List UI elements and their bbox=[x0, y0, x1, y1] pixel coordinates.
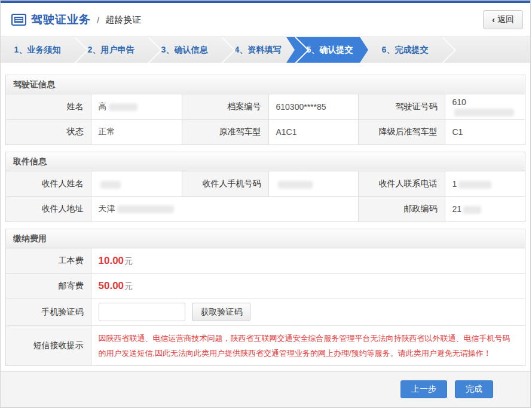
breadcrumb-current: 超龄换证 bbox=[105, 14, 141, 26]
fees-section-title: 缴纳费用 bbox=[6, 229, 525, 248]
production-fee-unit: 元 bbox=[124, 256, 133, 266]
status-value: 正常 bbox=[91, 119, 182, 144]
file-number-value: 610300****85 bbox=[268, 94, 358, 119]
license-section-title: 驾驶证信息 bbox=[6, 75, 525, 94]
downgraded-class-value: C1 bbox=[445, 119, 525, 144]
table-row: 工本费 10.00元 bbox=[6, 248, 525, 273]
sms-notice-cell: 因陕西省联通、电信运营商技术问题，陕西省互联网交通安全综合服务管理平台无法向持陕… bbox=[91, 325, 525, 365]
production-fee-label: 工本费 bbox=[6, 248, 91, 273]
file-number-label: 档案编号 bbox=[182, 94, 268, 119]
step-tab-1[interactable]: 1、业务须知 bbox=[1, 37, 74, 63]
step-tab-2-label: 2、用户申告 bbox=[88, 45, 134, 56]
redaction-smudge bbox=[458, 181, 491, 189]
postage-fee-amount: 50.00 bbox=[99, 280, 124, 291]
sms-notice-message: 因陕西省联通、电信运营商技术问题，陕西省互联网交通安全综合服务管理平台无法向持陕… bbox=[99, 331, 513, 361]
recipient-name-label: 收件人姓名 bbox=[6, 171, 91, 196]
name-label: 姓名 bbox=[6, 94, 91, 119]
table-row: 短信接收提示 因陕西省联通、电信运营商技术问题，陕西省互联网交通安全综合服务管理… bbox=[6, 325, 525, 365]
step-nav: 1、业务须知 2、用户申告 3、确认信息 4、资料填写 5、确认提交 6、完成提… bbox=[1, 37, 530, 63]
production-fee-value: 10.00元 bbox=[91, 248, 525, 273]
redaction-smudge bbox=[454, 109, 514, 116]
table-row: 状态 正常 原准驾车型 A1C1 降级后准驾车型 C1 bbox=[6, 119, 525, 144]
sms-code-input[interactable] bbox=[99, 303, 185, 321]
step-tab-3-label: 3、确认信息 bbox=[161, 45, 208, 56]
recipient-address-label: 收件人地址 bbox=[6, 196, 91, 222]
pickup-section-title: 取件信息 bbox=[6, 152, 525, 171]
recipient-mobile-label: 收件人手机号码 bbox=[182, 171, 268, 196]
footer-action-bar: 上一步 完成 bbox=[1, 371, 530, 407]
sms-notice-label: 短信接收提示 bbox=[6, 325, 91, 365]
license-info-table: 姓名 高 档案编号 610300****85 驾驶证号码 610 状态 正常 原… bbox=[6, 94, 525, 144]
finish-button[interactable]: 完成 bbox=[455, 380, 493, 398]
license-number-value: 610 bbox=[445, 94, 525, 119]
recipient-phone-value: 1 bbox=[445, 171, 525, 196]
postage-fee-label: 邮寄费 bbox=[6, 273, 91, 299]
pickup-info-section: 取件信息 收件人姓名 收件人手机号码 收件人联系电话 1 收件人地址 天津 邮政… bbox=[5, 152, 525, 222]
recipient-phone-label: 收件人联系电话 bbox=[358, 171, 445, 196]
table-row: 手机验证码 获取验证码 bbox=[6, 299, 525, 325]
downgraded-class-label: 降级后准驾车型 bbox=[358, 119, 445, 144]
step-tab-5-label: 5、确认提交 bbox=[307, 45, 353, 56]
name-value: 高 bbox=[91, 94, 182, 119]
redaction-smudge bbox=[109, 103, 137, 111]
step-tab-6[interactable]: 6、完成提交 bbox=[368, 37, 442, 63]
chevron-left-icon: ‹ bbox=[492, 15, 495, 24]
sms-code-field-cell: 获取验证码 bbox=[91, 299, 525, 325]
back-button-label: 返回 bbox=[497, 14, 514, 25]
recipient-name-value bbox=[91, 171, 182, 196]
step-tab-6-label: 6、完成提交 bbox=[382, 45, 429, 56]
redaction-smudge bbox=[117, 205, 174, 213]
table-row: 收件人姓名 收件人手机号码 收件人联系电话 1 bbox=[6, 171, 525, 196]
license-service-icon bbox=[11, 14, 26, 26]
original-class-value: A1C1 bbox=[268, 119, 358, 144]
redaction-smudge bbox=[100, 181, 121, 189]
header: 驾驶证业务 / 超龄换证 ‹ 返回 bbox=[1, 3, 530, 37]
postal-code-label: 邮政编码 bbox=[358, 196, 445, 222]
recipient-mobile-value bbox=[268, 171, 358, 196]
breadcrumb-separator: / bbox=[97, 15, 99, 25]
redaction-smudge bbox=[463, 206, 481, 214]
postage-fee-unit: 元 bbox=[124, 281, 133, 291]
pickup-info-table: 收件人姓名 收件人手机号码 收件人联系电话 1 收件人地址 天津 邮政编码 21 bbox=[6, 171, 525, 222]
page-title: 驾驶证业务 bbox=[31, 12, 91, 27]
breadcrumb: 驾驶证业务 / 超龄换证 bbox=[11, 12, 141, 27]
back-button[interactable]: ‹ 返回 bbox=[483, 10, 523, 29]
fees-section: 缴纳费用 工本费 10.00元 邮寄费 50.00元 手机验证码 获取验证码 bbox=[5, 229, 525, 366]
postage-fee-value: 50.00元 bbox=[91, 273, 525, 299]
recipient-address-value: 天津 bbox=[91, 196, 358, 222]
previous-step-button[interactable]: 上一步 bbox=[400, 380, 447, 398]
table-row: 邮寄费 50.00元 bbox=[6, 273, 525, 299]
license-number-label: 驾驶证号码 bbox=[358, 94, 445, 119]
fees-table: 工本费 10.00元 邮寄费 50.00元 手机验证码 获取验证码 短信接收提 bbox=[6, 248, 525, 365]
redaction-smudge bbox=[278, 181, 313, 189]
step-tab-1-label: 1、业务须知 bbox=[14, 45, 61, 56]
status-label: 状态 bbox=[6, 119, 91, 144]
license-info-section: 驾驶证信息 姓名 高 档案编号 610300****85 驾驶证号码 610 状… bbox=[5, 75, 525, 145]
table-row: 姓名 高 档案编号 610300****85 驾驶证号码 610 bbox=[6, 94, 525, 119]
postal-code-value: 21 bbox=[445, 196, 525, 222]
production-fee-amount: 10.00 bbox=[99, 255, 124, 266]
step-tab-4-label: 4、资料填写 bbox=[235, 45, 282, 56]
page: 驾驶证业务 / 超龄换证 ‹ 返回 1、业务须知 2、用户申告 3、确认信息 4… bbox=[0, 0, 531, 408]
sms-code-label: 手机验证码 bbox=[6, 299, 91, 325]
get-sms-code-button[interactable]: 获取验证码 bbox=[192, 303, 250, 321]
table-row: 收件人地址 天津 邮政编码 21 bbox=[6, 196, 525, 222]
original-class-label: 原准驾车型 bbox=[182, 119, 268, 144]
